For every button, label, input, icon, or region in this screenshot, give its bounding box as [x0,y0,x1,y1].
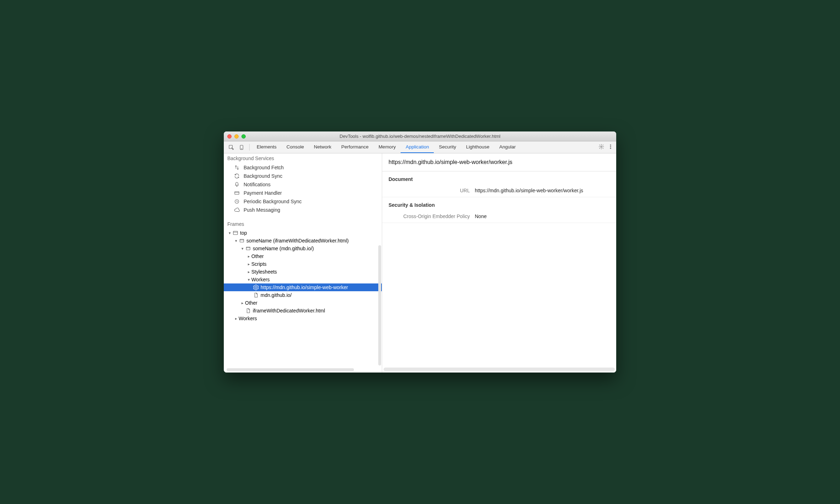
devtools-window: DevTools - wolfib.github.io/web-demos/ne… [224,131,616,373]
document-section: Document URL https://mdn.github.io/simpl… [382,171,616,197]
disclosure-icon[interactable] [246,269,251,274]
sidebar-scrollbar-horizontal[interactable] [227,368,354,371]
frame-icon [239,238,245,244]
tree-label: someName (iframeWithDedicatedWorker.html… [246,238,349,244]
tree-label: iframeWithDedicatedWorker.html [253,308,325,313]
svg-point-6 [610,148,611,148]
tree-workers-bottom[interactable]: Workers [224,315,382,322]
tree-mdn-file[interactable]: mdn.github.io/ [224,291,382,299]
tree-scripts[interactable]: Scripts [224,260,382,268]
device-toolbar-icon[interactable] [237,141,247,153]
disclosure-icon[interactable] [234,238,239,243]
bell-icon [234,182,240,187]
coep-label: Cross-Origin Embedder Policy [389,213,470,219]
maximize-window-button[interactable] [241,134,246,139]
bg-sync-item[interactable]: Background Sync [224,172,382,180]
tree-label: Workers [239,316,257,321]
push-item[interactable]: Push Messaging [224,206,382,214]
tree-iframe-file[interactable]: iframeWithDedicatedWorker.html [224,307,382,315]
payment-item[interactable]: Payment Handler [224,189,382,197]
disclosure-icon[interactable] [227,230,232,235]
security-section: Security & Isolation Cross-Origin Embedd… [382,197,616,223]
cloud-icon [234,207,240,213]
url-label: URL [389,188,470,193]
tree-label: Workers [251,277,270,282]
svg-rect-14 [246,247,250,250]
disclosure-icon[interactable] [240,245,245,251]
periodic-sync-item[interactable]: Periodic Background Sync [224,197,382,206]
disclosure-icon[interactable] [240,300,245,305]
titlebar: DevTools - wolfib.github.io/web-demos/ne… [224,131,616,141]
divider [249,144,250,151]
main-scrollbar-horizontal[interactable] [384,368,615,371]
tree-other-2[interactable]: Other [224,299,382,307]
traffic-lights [227,134,246,139]
frames-tree: top someName (iframeWithDedicatedWorker.… [224,229,382,322]
card-icon [234,190,240,196]
sidebar-scrollbar-vertical[interactable] [378,245,381,365]
tree-other[interactable]: Other [224,252,382,260]
tree-label: Other [245,300,257,306]
tab-lighthouse[interactable]: Lighthouse [461,141,494,153]
tree-frame-2[interactable]: someName (mdn.github.io/) [224,245,382,252]
tree-stylesheets[interactable]: Stylesheets [224,268,382,276]
file-icon [253,292,259,298]
kebab-menu-icon[interactable] [608,144,613,151]
tab-network[interactable]: Network [309,141,337,153]
svg-point-4 [610,145,611,145]
window-title: DevTools - wolfib.github.io/web-demos/ne… [224,134,616,139]
updown-icon [234,165,240,170]
notifications-label: Notifications [244,182,270,187]
tree-frame-1[interactable]: someName (iframeWithDedicatedWorker.html… [224,237,382,245]
minimize-window-button[interactable] [234,134,239,139]
disclosure-icon[interactable] [246,261,251,266]
tab-application[interactable]: Application [401,141,434,153]
inspect-element-icon[interactable] [226,141,237,153]
url-value: https://mdn.github.io/simple-web-worker/… [475,188,583,193]
svg-rect-10 [233,231,238,234]
push-label: Push Messaging [244,207,280,213]
tree-label: Scripts [251,261,267,267]
main-panel: https://mdn.github.io/simple-web-worker/… [382,153,616,373]
svg-rect-7 [235,192,239,194]
payment-label: Payment Handler [244,190,282,196]
main-footer [382,366,616,373]
tab-console[interactable]: Console [281,141,309,153]
tree-label: someName (mdn.github.io/) [253,246,314,251]
body: Background Services Background Fetch Bac… [224,153,616,373]
disclosure-icon[interactable] [234,315,239,321]
gear-icon[interactable] [599,144,604,151]
sidebar-scroll[interactable]: Background Services Background Fetch Bac… [224,153,382,373]
tree-workers[interactable]: Workers [224,276,382,283]
tabbar-actions [596,141,616,153]
bg-fetch-item[interactable]: Background Fetch [224,163,382,172]
close-window-button[interactable] [227,134,232,139]
svg-rect-12 [240,239,244,242]
periodic-sync-label: Periodic Background Sync [244,199,302,204]
bg-fetch-label: Background Fetch [244,165,284,170]
gear-icon [253,285,259,290]
notifications-item[interactable]: Notifications [224,180,382,189]
tree-worker-selected[interactable]: https://mdn.github.io/simple-web-worker [224,283,382,291]
file-icon [245,308,251,313]
tree-label: top [240,230,247,236]
tree-label: https://mdn.github.io/simple-web-worker [261,285,348,290]
frame-icon [245,246,251,251]
svg-point-3 [601,146,602,147]
bg-services-heading: Background Services [224,153,382,163]
tab-angular[interactable]: Angular [494,141,521,153]
tab-security[interactable]: Security [434,141,461,153]
tab-performance[interactable]: Performance [336,141,373,153]
tab-elements[interactable]: Elements [252,141,281,153]
tree-top[interactable]: top [224,229,382,237]
security-heading: Security & Isolation [389,202,610,208]
tab-memory[interactable]: Memory [374,141,401,153]
disclosure-icon[interactable] [246,276,251,282]
sync-icon [234,173,240,179]
bg-sync-label: Background Sync [244,173,282,179]
tree-label: mdn.github.io/ [261,292,292,298]
tree-label: Stylesheets [251,269,277,275]
window-icon [232,230,239,236]
bg-services-list: Background Fetch Background Sync Notific… [224,163,382,219]
disclosure-icon[interactable] [246,253,251,259]
